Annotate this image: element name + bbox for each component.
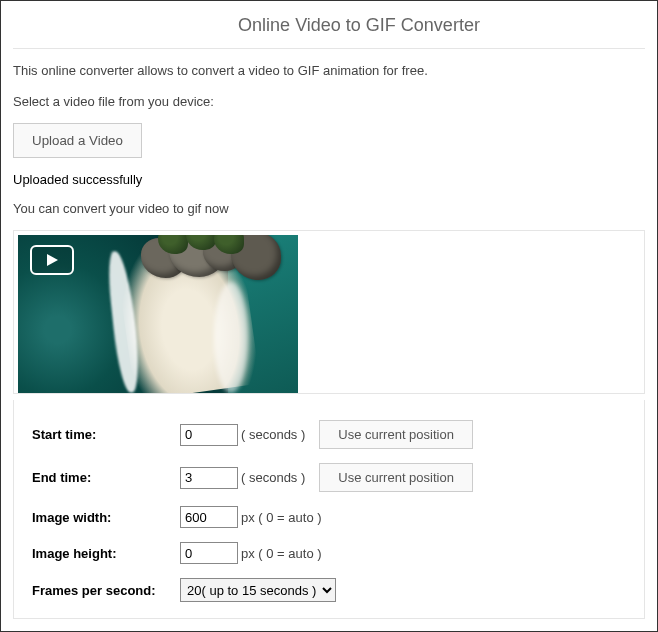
start-use-position-button[interactable]: Use current position (319, 420, 473, 449)
start-time-unit: ( seconds ) (241, 427, 305, 442)
image-width-input[interactable] (180, 506, 238, 528)
select-file-label: Select a video file from you device: (13, 94, 645, 109)
start-time-row: Start time: ( seconds ) Use current posi… (32, 420, 626, 449)
end-use-position-button[interactable]: Use current position (319, 463, 473, 492)
end-time-row: End time: ( seconds ) Use current positi… (32, 463, 626, 492)
video-thumbnail[interactable] (18, 235, 298, 393)
image-width-label: Image width: (32, 510, 180, 525)
end-time-input[interactable] (180, 467, 238, 489)
fps-label: Frames per second: (32, 583, 180, 598)
start-time-label: Start time: (32, 427, 180, 442)
description-text: This online converter allows to convert … (13, 63, 645, 78)
image-height-label: Image height: (32, 546, 180, 561)
fps-row: Frames per second: 20( up to 15 seconds … (32, 578, 626, 602)
upload-video-button[interactable]: Upload a Video (13, 123, 142, 158)
convert-hint: You can convert your video to gif now (13, 201, 645, 216)
fps-select[interactable]: 20( up to 15 seconds ) (180, 578, 336, 602)
image-width-row: Image width: px ( 0 = auto ) (32, 506, 626, 528)
play-icon[interactable] (30, 245, 74, 275)
start-time-input[interactable] (180, 424, 238, 446)
end-time-label: End time: (32, 470, 180, 485)
video-preview-container (13, 230, 645, 394)
upload-status: Uploaded successfully (13, 172, 645, 187)
svg-marker-0 (47, 254, 58, 266)
end-time-unit: ( seconds ) (241, 470, 305, 485)
divider (13, 48, 645, 49)
image-height-unit: px ( 0 = auto ) (241, 546, 322, 561)
image-height-input[interactable] (180, 542, 238, 564)
image-width-unit: px ( 0 = auto ) (241, 510, 322, 525)
settings-panel: Start time: ( seconds ) Use current posi… (13, 400, 645, 619)
image-height-row: Image height: px ( 0 = auto ) (32, 542, 626, 564)
page-title: Online Video to GIF Converter (13, 15, 645, 36)
